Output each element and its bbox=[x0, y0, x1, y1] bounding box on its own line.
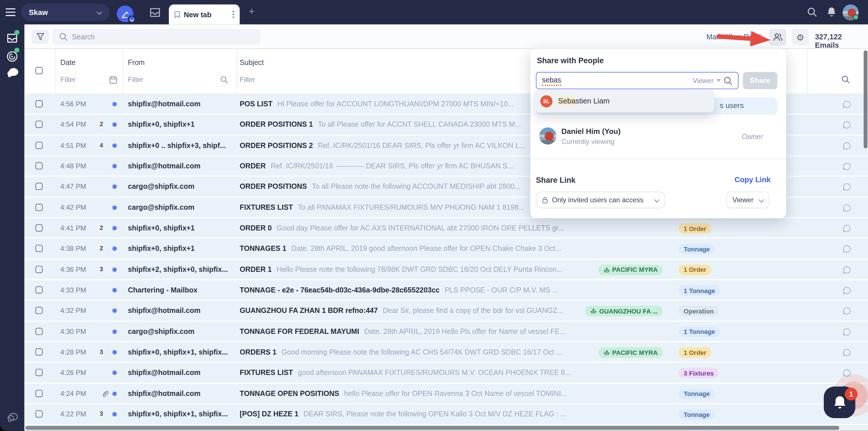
tab-options-icon[interactable] bbox=[232, 11, 234, 18]
category-tag[interactable]: 3 Fixtures bbox=[679, 368, 719, 379]
unread-dot bbox=[112, 350, 117, 354]
email-row[interactable]: 4:41 PM 2 shipfix+0, shipfix+1 ORDER 0Go… bbox=[24, 218, 868, 239]
settings-button[interactable]: ⚙ bbox=[792, 29, 809, 45]
inbox-tray-icon[interactable] bbox=[149, 7, 161, 18]
comment-icon[interactable] bbox=[843, 307, 851, 315]
row-checkbox[interactable] bbox=[35, 121, 42, 128]
vertical-scrollbar[interactable] bbox=[864, 50, 867, 148]
comment-icon[interactable] bbox=[843, 224, 851, 233]
email-subject: POS LIST bbox=[240, 100, 273, 108]
comment-icon[interactable] bbox=[843, 183, 851, 191]
chat-notification-badge: 1 bbox=[845, 388, 857, 400]
category-tag[interactable]: 1 Tonnage bbox=[679, 327, 720, 337]
horizontal-scrollbar[interactable] bbox=[26, 426, 839, 430]
share-submit-button[interactable]: Share bbox=[743, 72, 777, 89]
comment-icon[interactable] bbox=[843, 100, 851, 109]
email-from: shipfix+2, shipfix+0, shipfix... bbox=[128, 265, 234, 274]
email-row[interactable]: 4:24 PM shipfix@hotmail.com TONNAGE OPEN… bbox=[24, 383, 868, 404]
online-status-dot bbox=[853, 14, 859, 20]
email-subject-line: ORDER 0Good day Please offer for AC AXS … bbox=[240, 224, 598, 232]
list-search-icon[interactable] bbox=[842, 75, 850, 84]
category-tag[interactable]: Operation bbox=[679, 306, 719, 317]
comment-icon[interactable] bbox=[843, 348, 851, 357]
email-subject: ORDER 1 bbox=[240, 265, 272, 274]
email-row[interactable]: 4:38 PM 2 shipfix+0, shipfix+1 TONNAGES … bbox=[24, 239, 868, 260]
row-checkbox[interactable] bbox=[35, 162, 42, 170]
from-filter-input[interactable]: Filter bbox=[128, 76, 143, 84]
email-row[interactable]: 4:22 PM 3 shipfix+0, shipfix+1, shipfix.… bbox=[24, 404, 868, 425]
comment-icon[interactable] bbox=[843, 142, 851, 150]
column-header-date[interactable]: Date bbox=[60, 58, 75, 66]
link-access-dropdown[interactable]: Only invited users can access bbox=[536, 192, 665, 208]
sidebar-chat-icon[interactable] bbox=[6, 67, 19, 78]
email-from: shipfix@hotmail.com bbox=[128, 162, 234, 170]
vessel-tag[interactable]: GUANGZHOU FA ... bbox=[585, 306, 663, 317]
row-checkbox[interactable] bbox=[35, 410, 42, 418]
share-user-search-input[interactable]: sebas Viewer bbox=[536, 72, 739, 89]
email-row[interactable]: 4:26 PM shipfix@hotmail.com FIXTURES LIS… bbox=[24, 363, 868, 383]
new-tab-button[interactable]: + bbox=[248, 6, 254, 17]
comment-icon[interactable] bbox=[843, 266, 851, 274]
email-subject: ORDERS 1 bbox=[240, 348, 277, 356]
comment-icon[interactable] bbox=[843, 286, 851, 295]
email-subject: TONNAGES 1 bbox=[240, 245, 286, 253]
row-checkbox[interactable] bbox=[35, 204, 42, 211]
menu-icon[interactable] bbox=[5, 8, 16, 16]
row-checkbox[interactable] bbox=[35, 245, 42, 252]
vessel-tag-label: PACIFIC MYRA bbox=[612, 267, 657, 273]
email-from: Chartering - Mailbox bbox=[128, 286, 234, 294]
email-row[interactable]: 4:28 PM 3 shipfix+0, shipfix+1, shipfix.… bbox=[24, 342, 868, 363]
row-checkbox[interactable] bbox=[35, 307, 42, 314]
inline-role-selector[interactable]: Viewer bbox=[692, 76, 733, 85]
category-tag[interactable]: 1 Order bbox=[679, 223, 711, 234]
column-header-from[interactable]: From bbox=[128, 58, 145, 66]
row-checkbox[interactable] bbox=[35, 286, 42, 294]
comment-icon[interactable] bbox=[843, 121, 851, 129]
filter-button[interactable] bbox=[32, 30, 49, 44]
row-checkbox[interactable] bbox=[35, 266, 42, 273]
comment-icon[interactable] bbox=[843, 245, 851, 253]
row-checkbox[interactable] bbox=[35, 390, 42, 397]
date-filter-input[interactable]: Filter bbox=[60, 76, 76, 84]
email-row[interactable]: 4:33 PM Chartering - Mailbox TONNAGE - e… bbox=[24, 280, 868, 301]
row-checkbox[interactable] bbox=[35, 183, 42, 190]
calendar-icon[interactable] bbox=[109, 75, 118, 84]
email-time: 4:54 PM bbox=[60, 121, 86, 129]
vessel-tag[interactable]: PACIFIC MYRA bbox=[598, 265, 663, 275]
comment-icon[interactable] bbox=[843, 204, 851, 212]
select-all-checkbox[interactable] bbox=[35, 67, 42, 74]
category-tag[interactable]: Tonnage bbox=[679, 389, 715, 399]
search-input[interactable]: Search bbox=[53, 29, 260, 44]
sidebar-support-chat-icon[interactable] bbox=[6, 412, 18, 423]
compose-options-chevron[interactable] bbox=[128, 16, 135, 23]
row-checkbox[interactable] bbox=[35, 328, 42, 335]
comment-icon[interactable] bbox=[843, 162, 851, 171]
sidebar-inbox-status-dot bbox=[14, 30, 19, 35]
link-role-dropdown[interactable]: Viewer bbox=[726, 192, 770, 208]
vessel-tag[interactable]: PACIFIC MYRA bbox=[598, 347, 663, 358]
category-tag[interactable]: 1 Order bbox=[679, 265, 711, 275]
unread-dot bbox=[112, 102, 117, 106]
copy-link-button[interactable]: Copy Link bbox=[735, 176, 771, 184]
email-subject-line: TONNAGE OPEN POSITIONShello Please offer… bbox=[240, 389, 598, 398]
row-checkbox[interactable] bbox=[35, 369, 42, 376]
row-checkbox[interactable] bbox=[35, 100, 42, 107]
category-tag[interactable]: 1 Order bbox=[679, 347, 711, 358]
global-search-icon[interactable] bbox=[807, 7, 817, 17]
category-tag[interactable]: Tonnage bbox=[679, 409, 715, 420]
category-tag[interactable]: Tonnage bbox=[679, 244, 715, 254]
category-tag[interactable]: 1 Tonnage bbox=[679, 285, 720, 296]
row-checkbox[interactable] bbox=[35, 348, 42, 356]
row-checkbox[interactable] bbox=[35, 142, 42, 149]
column-header-subject[interactable]: Subject bbox=[240, 58, 264, 66]
email-row[interactable]: 4:30 PM cargo@shipfix.com TONNAGE FOR FE… bbox=[24, 321, 868, 342]
tab-new-tab[interactable]: New tab bbox=[169, 4, 240, 24]
user-suggestion-item[interactable]: SL Sebastien Liam bbox=[535, 90, 714, 112]
email-row[interactable]: 4:32 PM shipfix@hotmail.com GUANGZHOU FA… bbox=[24, 301, 868, 321]
comment-icon[interactable] bbox=[843, 328, 851, 336]
email-row[interactable]: 4:36 PM 3 shipfix+2, shipfix+0, shipfix.… bbox=[24, 259, 868, 280]
workspace-selector[interactable]: Skaw bbox=[21, 3, 110, 21]
subject-filter-input[interactable]: Filter bbox=[240, 76, 255, 84]
row-checkbox[interactable] bbox=[35, 224, 42, 232]
notifications-bell-icon[interactable] bbox=[827, 7, 837, 18]
